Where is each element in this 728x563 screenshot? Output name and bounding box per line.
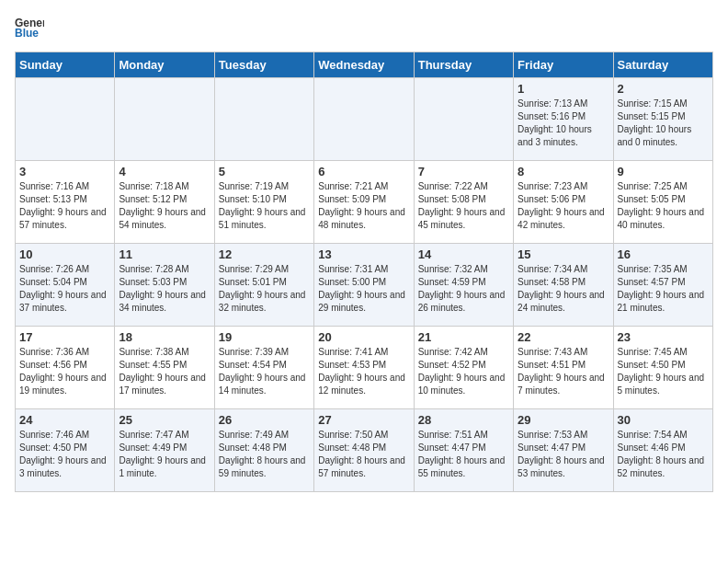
- day-number: 4: [119, 165, 210, 178]
- day-info: Sunrise: 7:43 AM Sunset: 4:51 PM Dayligh…: [518, 346, 609, 397]
- calendar-week-row: 24Sunrise: 7:46 AM Sunset: 4:50 PM Dayli…: [16, 409, 713, 492]
- calendar-day-8: 8Sunrise: 7:23 AM Sunset: 5:06 PM Daylig…: [514, 161, 613, 244]
- calendar-day-3: 3Sunrise: 7:16 AM Sunset: 5:13 PM Daylig…: [16, 161, 115, 244]
- weekday-header-thursday: Thursday: [414, 52, 513, 78]
- day-info: Sunrise: 7:13 AM Sunset: 5:16 PM Dayligh…: [518, 98, 609, 149]
- calendar-day-1: 1Sunrise: 7:13 AM Sunset: 5:16 PM Daylig…: [514, 78, 613, 161]
- calendar-day-empty: [115, 78, 214, 161]
- header: General Blue: [15, 15, 713, 40]
- day-number: 20: [318, 330, 409, 344]
- day-number: 25: [119, 413, 210, 427]
- calendar-day-5: 5Sunrise: 7:19 AM Sunset: 5:10 PM Daylig…: [214, 161, 313, 244]
- calendar-day-9: 9Sunrise: 7:25 AM Sunset: 5:05 PM Daylig…: [613, 161, 712, 244]
- svg-text:Blue: Blue: [15, 27, 39, 40]
- calendar-day-24: 24Sunrise: 7:46 AM Sunset: 4:50 PM Dayli…: [16, 409, 115, 492]
- calendar-day-empty: [314, 78, 414, 161]
- calendar-day-30: 30Sunrise: 7:54 AM Sunset: 4:46 PM Dayli…: [613, 409, 712, 492]
- day-number: 8: [518, 165, 609, 178]
- calendar-day-2: 2Sunrise: 7:15 AM Sunset: 5:15 PM Daylig…: [613, 78, 712, 161]
- day-info: Sunrise: 7:49 AM Sunset: 4:48 PM Dayligh…: [219, 429, 310, 480]
- day-number: 14: [418, 247, 509, 261]
- calendar-day-empty: [16, 78, 115, 161]
- calendar-day-21: 21Sunrise: 7:42 AM Sunset: 4:52 PM Dayli…: [414, 327, 513, 409]
- calendar-day-28: 28Sunrise: 7:51 AM Sunset: 4:47 PM Dayli…: [414, 409, 513, 492]
- day-info: Sunrise: 7:26 AM Sunset: 5:04 PM Dayligh…: [19, 263, 110, 315]
- day-info: Sunrise: 7:47 AM Sunset: 4:49 PM Dayligh…: [119, 429, 210, 480]
- calendar-day-23: 23Sunrise: 7:45 AM Sunset: 4:50 PM Dayli…: [613, 327, 712, 409]
- day-number: 7: [418, 165, 509, 178]
- calendar-week-row: 1Sunrise: 7:13 AM Sunset: 5:16 PM Daylig…: [16, 78, 713, 161]
- day-number: 9: [618, 165, 709, 178]
- day-number: 23: [618, 330, 709, 344]
- calendar-day-15: 15Sunrise: 7:34 AM Sunset: 4:58 PM Dayli…: [514, 244, 613, 327]
- calendar-day-12: 12Sunrise: 7:29 AM Sunset: 5:01 PM Dayli…: [214, 244, 313, 327]
- calendar-day-10: 10Sunrise: 7:26 AM Sunset: 5:04 PM Dayli…: [16, 244, 115, 327]
- day-info: Sunrise: 7:19 AM Sunset: 5:10 PM Dayligh…: [219, 180, 310, 232]
- calendar-day-22: 22Sunrise: 7:43 AM Sunset: 4:51 PM Dayli…: [514, 327, 613, 409]
- day-number: 5: [219, 165, 310, 178]
- calendar-day-25: 25Sunrise: 7:47 AM Sunset: 4:49 PM Dayli…: [115, 409, 214, 492]
- logo: General Blue: [15, 15, 48, 40]
- calendar-day-11: 11Sunrise: 7:28 AM Sunset: 5:03 PM Dayli…: [115, 244, 214, 327]
- day-number: 1: [518, 82, 609, 96]
- day-number: 26: [219, 413, 310, 427]
- calendar-day-20: 20Sunrise: 7:41 AM Sunset: 4:53 PM Dayli…: [314, 327, 414, 409]
- day-info: Sunrise: 7:38 AM Sunset: 4:55 PM Dayligh…: [119, 346, 210, 397]
- day-info: Sunrise: 7:25 AM Sunset: 5:05 PM Dayligh…: [618, 180, 709, 232]
- calendar-week-row: 17Sunrise: 7:36 AM Sunset: 4:56 PM Dayli…: [16, 327, 713, 409]
- day-number: 30: [618, 413, 709, 427]
- calendar-week-row: 10Sunrise: 7:26 AM Sunset: 5:04 PM Dayli…: [16, 244, 713, 327]
- weekday-header-monday: Monday: [115, 52, 214, 78]
- day-number: 13: [318, 247, 409, 261]
- calendar-table: SundayMondayTuesdayWednesdayThursdayFrid…: [15, 52, 713, 492]
- day-info: Sunrise: 7:32 AM Sunset: 4:59 PM Dayligh…: [418, 263, 509, 315]
- day-number: 18: [119, 330, 210, 344]
- day-number: 15: [518, 247, 609, 261]
- day-info: Sunrise: 7:29 AM Sunset: 5:01 PM Dayligh…: [219, 263, 310, 315]
- weekday-header-saturday: Saturday: [613, 52, 712, 78]
- calendar-day-26: 26Sunrise: 7:49 AM Sunset: 4:48 PM Dayli…: [214, 409, 313, 492]
- weekday-header-row: SundayMondayTuesdayWednesdayThursdayFrid…: [16, 52, 713, 78]
- page-container: General Blue SundayMondayTuesdayWednesda…: [0, 0, 728, 507]
- day-info: Sunrise: 7:22 AM Sunset: 5:08 PM Dayligh…: [418, 180, 509, 232]
- calendar-day-16: 16Sunrise: 7:35 AM Sunset: 4:57 PM Dayli…: [613, 244, 712, 327]
- day-number: 27: [318, 413, 409, 427]
- day-info: Sunrise: 7:35 AM Sunset: 4:57 PM Dayligh…: [618, 263, 709, 315]
- day-number: 28: [418, 413, 509, 427]
- calendar-day-6: 6Sunrise: 7:21 AM Sunset: 5:09 PM Daylig…: [314, 161, 414, 244]
- calendar-day-17: 17Sunrise: 7:36 AM Sunset: 4:56 PM Dayli…: [16, 327, 115, 409]
- day-info: Sunrise: 7:41 AM Sunset: 4:53 PM Dayligh…: [318, 346, 409, 397]
- day-info: Sunrise: 7:18 AM Sunset: 5:12 PM Dayligh…: [119, 180, 210, 232]
- day-number: 3: [19, 165, 110, 178]
- calendar-day-14: 14Sunrise: 7:32 AM Sunset: 4:59 PM Dayli…: [414, 244, 513, 327]
- day-number: 11: [119, 247, 210, 261]
- day-number: 10: [19, 247, 110, 261]
- calendar-day-13: 13Sunrise: 7:31 AM Sunset: 5:00 PM Dayli…: [314, 244, 414, 327]
- day-number: 17: [19, 330, 110, 344]
- day-info: Sunrise: 7:28 AM Sunset: 5:03 PM Dayligh…: [119, 263, 210, 315]
- calendar-day-7: 7Sunrise: 7:22 AM Sunset: 5:08 PM Daylig…: [414, 161, 513, 244]
- day-info: Sunrise: 7:39 AM Sunset: 4:54 PM Dayligh…: [219, 346, 310, 397]
- day-info: Sunrise: 7:53 AM Sunset: 4:47 PM Dayligh…: [518, 429, 609, 480]
- calendar-week-row: 3Sunrise: 7:16 AM Sunset: 5:13 PM Daylig…: [16, 161, 713, 244]
- day-number: 6: [318, 165, 409, 178]
- calendar-day-19: 19Sunrise: 7:39 AM Sunset: 4:54 PM Dayli…: [214, 327, 313, 409]
- day-number: 24: [19, 413, 110, 427]
- day-number: 29: [518, 413, 609, 427]
- day-info: Sunrise: 7:46 AM Sunset: 4:50 PM Dayligh…: [19, 429, 110, 480]
- calendar-day-empty: [214, 78, 313, 161]
- day-number: 21: [418, 330, 509, 344]
- calendar-day-29: 29Sunrise: 7:53 AM Sunset: 4:47 PM Dayli…: [514, 409, 613, 492]
- weekday-header-tuesday: Tuesday: [214, 52, 313, 78]
- day-info: Sunrise: 7:21 AM Sunset: 5:09 PM Dayligh…: [318, 180, 409, 232]
- day-info: Sunrise: 7:51 AM Sunset: 4:47 PM Dayligh…: [418, 429, 509, 480]
- day-info: Sunrise: 7:23 AM Sunset: 5:06 PM Dayligh…: [518, 180, 609, 232]
- day-info: Sunrise: 7:15 AM Sunset: 5:15 PM Dayligh…: [618, 98, 709, 149]
- day-info: Sunrise: 7:50 AM Sunset: 4:48 PM Dayligh…: [318, 429, 409, 480]
- day-number: 12: [219, 247, 310, 261]
- day-info: Sunrise: 7:54 AM Sunset: 4:46 PM Dayligh…: [618, 429, 709, 480]
- calendar-day-18: 18Sunrise: 7:38 AM Sunset: 4:55 PM Dayli…: [115, 327, 214, 409]
- day-info: Sunrise: 7:42 AM Sunset: 4:52 PM Dayligh…: [418, 346, 509, 397]
- day-info: Sunrise: 7:16 AM Sunset: 5:13 PM Dayligh…: [19, 180, 110, 232]
- day-number: 19: [219, 330, 310, 344]
